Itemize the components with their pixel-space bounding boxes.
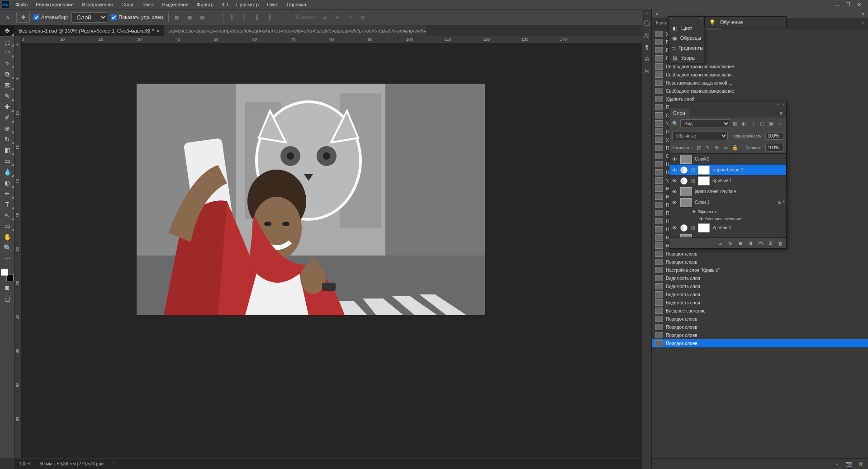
- history-item[interactable]: Порядок слоев: [652, 331, 868, 339]
- visibility-icon[interactable]: 👁: [671, 167, 678, 173]
- character-panel-icon[interactable]: A|: [642, 30, 651, 41]
- menu-image[interactable]: Изображение: [78, 1, 117, 8]
- fx-indicator[interactable]: fx ˅: [778, 200, 784, 205]
- lock-all-icon[interactable]: 🔒: [732, 145, 738, 151]
- new-layer-icon[interactable]: ⊞: [767, 240, 773, 246]
- blur-tool[interactable]: 💧: [0, 166, 14, 177]
- shape-tool[interactable]: ▭: [0, 221, 14, 232]
- group-icon[interactable]: 🗀: [757, 241, 764, 246]
- auto-select-target[interactable]: Слой: [71, 12, 107, 23]
- magic-wand-tool[interactable]: ✧: [0, 58, 14, 69]
- ruler-vertical[interactable]: 0510152025303540455055: [14, 43, 22, 458]
- menu-select[interactable]: Выделение: [159, 1, 192, 8]
- panel-menu-icon[interactable]: ≡: [858, 18, 868, 30]
- info-panel-icon[interactable]: ⓘ: [642, 18, 651, 29]
- filter-smart-icon[interactable]: ▣: [768, 121, 774, 127]
- foreground-swatch[interactable]: [1, 269, 8, 276]
- close-right-icon[interactable]: ×: [862, 11, 864, 16]
- visibility-icon[interactable]: 👁: [692, 209, 696, 214]
- distribute-center-icon[interactable]: ║: [240, 13, 249, 22]
- history-item[interactable]: Свободное трансформирование: [652, 62, 868, 71]
- trash-icon[interactable]: 🗑: [857, 460, 864, 468]
- history-item[interactable]: Видимость слоя: [652, 282, 868, 290]
- move-tool[interactable]: ✥: [0, 25, 14, 36]
- hand-tool[interactable]: ✋: [0, 232, 14, 242]
- layer-row[interactable]: 👁◐⛓Кривые 1: [669, 175, 786, 186]
- layer-row[interactable]: 👁japan-street-daytime копия: [669, 233, 786, 237]
- dodge-tool[interactable]: ◐: [0, 177, 14, 188]
- menu-window[interactable]: Окно: [263, 1, 282, 8]
- menu-file[interactable]: Файл: [12, 1, 31, 8]
- layer-row[interactable]: 👁◐⛓Уровни 1: [669, 223, 786, 233]
- history-item[interactable]: Порядок слоев: [652, 250, 868, 258]
- learn-panel-strip[interactable]: 💡 Обучение: [704, 16, 787, 28]
- type-tool[interactable]: T: [0, 199, 14, 210]
- brush-tool[interactable]: ✐: [0, 112, 14, 123]
- close-icon[interactable]: ✕: [855, 2, 863, 8]
- doc-info[interactable]: 90 мм x 59,88 мм (276,578 ppi): [40, 461, 104, 466]
- flyout-gradients[interactable]: ▭Градиенты: [669, 43, 704, 53]
- visibility-icon[interactable]: 👁: [671, 156, 678, 162]
- distribute-top-icon[interactable]: ║: [227, 13, 236, 22]
- home-button[interactable]: ⌂: [2, 12, 13, 23]
- layers-menu-icon[interactable]: ≡: [776, 109, 786, 118]
- history-item[interactable]: Свободное трансформирование: [652, 87, 868, 95]
- visibility-icon[interactable]: 👁: [671, 225, 678, 231]
- crop-tool[interactable]: ⧉: [0, 69, 14, 80]
- snapshot-icon[interactable]: ▫: [834, 460, 841, 468]
- history-item[interactable]: Свободное трансформировани...: [652, 71, 868, 79]
- zoom-tool[interactable]: 🔍: [0, 242, 14, 253]
- tab-close-icon[interactable]: ×: [157, 28, 159, 33]
- menu-3d[interactable]: 3D: [218, 1, 232, 8]
- lock-position-icon[interactable]: ✥: [714, 145, 720, 151]
- edit-toolbar[interactable]: ⋯: [0, 253, 14, 264]
- collapse-layers-icon[interactable]: «: [777, 102, 779, 109]
- screen-mode-icon[interactable]: ▢: [0, 293, 14, 304]
- history-brush-tool[interactable]: ↻: [0, 134, 14, 145]
- menu-layers[interactable]: Слои: [118, 1, 137, 8]
- menu-filter[interactable]: Фильтр: [193, 1, 217, 8]
- eyedropper-tool[interactable]: ✎: [0, 90, 14, 101]
- history-item[interactable]: Видимость слоя: [652, 274, 868, 282]
- align-right-icon[interactable]: ▦: [198, 13, 207, 22]
- fill-input[interactable]: [765, 144, 783, 152]
- show-transform-input[interactable]: [111, 14, 117, 20]
- history-item[interactable]: Порядок слоев: [652, 258, 868, 266]
- lock-pixels-icon[interactable]: ✎: [705, 145, 711, 151]
- camera-icon[interactable]: 📷: [845, 460, 853, 468]
- paragraph-panel-icon[interactable]: ¶: [642, 42, 651, 52]
- doc-tab-active[interactable]: Без имени-1.psd @ 100% (Черно-белое 1, С…: [14, 25, 164, 36]
- auto-select-input[interactable]: [33, 14, 39, 20]
- close-flyout-icon[interactable]: ×: [700, 17, 702, 23]
- adjustment-icon[interactable]: ◑: [747, 240, 754, 246]
- visibility-icon[interactable]: 👁: [671, 200, 678, 205]
- opacity-input[interactable]: [765, 132, 783, 140]
- history-item[interactable]: Видимость слоя: [652, 290, 868, 298]
- mask-icon[interactable]: ◙: [737, 241, 744, 246]
- flyout-patterns[interactable]: ▨Узоры: [669, 53, 704, 63]
- layer-list[interactable]: 👁Слой 2👁◐⛓Черно-белое 1👁◐⛓Кривые 1👁japan…: [669, 153, 786, 237]
- link-layers-icon[interactable]: ∞: [717, 241, 724, 246]
- lock-transparency-icon[interactable]: ▨: [696, 145, 702, 151]
- history-item[interactable]: Настройка слоя "Кривые": [652, 266, 868, 274]
- filter-adj-icon[interactable]: ◐: [741, 121, 747, 127]
- show-transform-checkbox[interactable]: Показать упр. элем.: [111, 14, 165, 20]
- visibility-icon[interactable]: 👁: [699, 217, 703, 221]
- doc-tab-inactive[interactable]: say-cheese-close-up-young-beautiful-dark…: [164, 25, 426, 36]
- layer-row[interactable]: 👁◐⛓Черно-белое 1: [669, 165, 786, 175]
- gradient-tool[interactable]: ▭: [0, 156, 14, 166]
- layers-tab[interactable]: Слои: [669, 109, 689, 118]
- filter-type-icon[interactable]: T: [750, 121, 756, 127]
- history-item[interactable]: Порядок слоев: [652, 339, 868, 347]
- filter-toggle-icon[interactable]: ●: [777, 121, 783, 127]
- color-swatches[interactable]: [0, 268, 14, 282]
- marquee-tool[interactable]: ⬚: [0, 36, 14, 47]
- frame-tool[interactable]: ⊠: [0, 80, 14, 90]
- quick-mask-icon[interactable]: ◙: [0, 282, 14, 293]
- flyout-color[interactable]: ◧Цвет: [669, 23, 704, 33]
- collapse-right-icon[interactable]: «: [656, 11, 659, 16]
- character-styles-icon[interactable]: Aᵢ: [642, 65, 651, 76]
- align-left-icon[interactable]: ▦: [172, 13, 181, 22]
- filter-shape-icon[interactable]: ▢: [759, 121, 765, 127]
- menu-help[interactable]: Справка: [283, 1, 310, 8]
